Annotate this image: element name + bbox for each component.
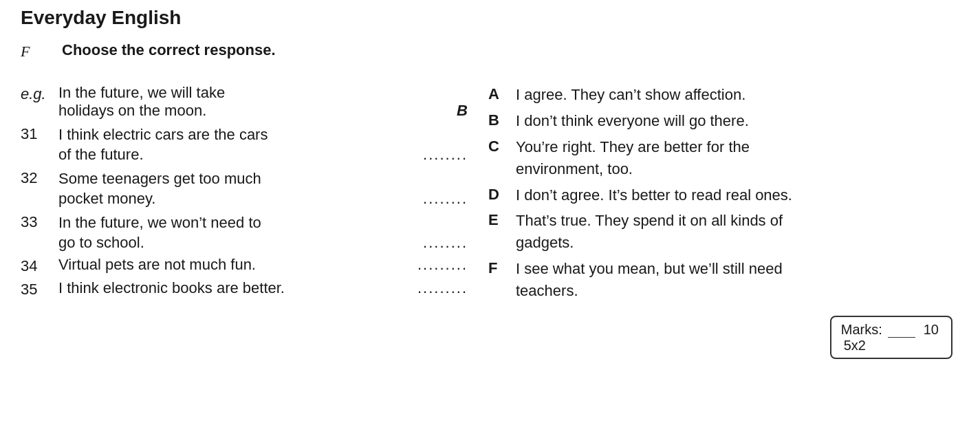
marks-value	[888, 321, 915, 338]
resp-C-line1: You’re right. They are better for the	[516, 138, 750, 155]
example-row: e.g. In the future, we will take holiday…	[21, 84, 468, 120]
q-text-31: I think electric cars are the cars of th…	[58, 124, 468, 164]
resp-E-line1: That’s true. They spend it on all kinds …	[516, 212, 783, 229]
marks-box: Marks: 10 5x2	[488, 316, 959, 359]
resp-E-line2: gadgets.	[516, 234, 574, 251]
q-number-34: 34	[21, 256, 58, 275]
response-E: E That’s true. They spend it on all kind…	[488, 210, 959, 254]
question-35: 35 I think electronic books are better. …	[21, 279, 468, 299]
resp-text-A: I agree. They can’t show affection.	[516, 84, 959, 106]
resp-F-line1: I see what you mean, but we’ll still nee…	[516, 260, 783, 277]
page-title: Everyday English	[21, 7, 959, 29]
q-text-32: Some teenagers get too much pocket money…	[58, 168, 468, 208]
marks-bracket: Marks: 10 5x2	[830, 316, 952, 359]
q-text-33: In the future, we won’t need to go to sc…	[58, 212, 468, 252]
example-answer: B	[443, 102, 468, 120]
response-D: D I don’t agree. It’s better to read rea…	[488, 184, 959, 206]
q-line2-33: go to school.	[58, 234, 409, 252]
q-text-35: I think electronic books are better. ...…	[58, 279, 468, 297]
marks-multiplier: 5x2	[841, 338, 866, 354]
q-number-32: 32	[21, 168, 58, 187]
q-number-31: 31	[21, 124, 58, 143]
q-dots-34: .........	[404, 256, 468, 274]
q-dots-32: ........	[409, 190, 468, 208]
resp-label-E: E	[488, 210, 516, 229]
q-dots-31: ........	[409, 146, 468, 164]
q-line1-33: In the future, we won’t need to	[58, 212, 468, 234]
response-A: A I agree. They can’t show affection.	[488, 84, 959, 106]
marks-denominator: 10	[921, 322, 939, 338]
resp-label-D: D	[488, 184, 516, 204]
questions-column: e.g. In the future, we will take holiday…	[21, 84, 468, 359]
example-line2: holidays on the moon.	[58, 102, 443, 120]
response-B: B I don’t think everyone will go there.	[488, 110, 959, 132]
example-label: e.g.	[21, 84, 58, 103]
question-32: 32 Some teenagers get too much pocket mo…	[21, 168, 468, 208]
response-C: C You’re right. They are better for the …	[488, 136, 959, 180]
resp-label-A: A	[488, 84, 516, 103]
resp-C-line2: environment, too.	[516, 160, 633, 177]
q-line1-31: I think electric cars are the cars	[58, 124, 468, 146]
q-line1-35: I think electronic books are better.	[58, 279, 404, 297]
resp-text-B: I don’t think everyone will go there.	[516, 110, 959, 132]
resp-label-C: C	[488, 136, 516, 155]
q-dots-35: .........	[404, 279, 468, 297]
q-line1-34: Virtual pets are not much fun.	[58, 256, 404, 274]
resp-text-E: That’s true. They spend it on all kinds …	[516, 210, 959, 254]
question-34: 34 Virtual pets are not much fun. ......…	[21, 256, 468, 275]
instruction-text: Choose the correct response.	[62, 41, 276, 59]
q-line2-31: of the future.	[58, 146, 409, 164]
resp-F-line2: teachers.	[516, 282, 578, 299]
responses-column: A I agree. They can’t show affection. B …	[468, 84, 959, 359]
resp-text-F: I see what you mean, but we’ll still nee…	[516, 258, 959, 302]
section-label: F	[21, 41, 62, 61]
resp-text-D: I don’t agree. It’s better to read real …	[516, 184, 959, 206]
resp-label-F: F	[488, 258, 516, 277]
q-dots-33: ........	[409, 234, 468, 252]
question-33: 33 In the future, we won’t need to go to…	[21, 212, 468, 252]
q-line2-32: pocket money.	[58, 190, 409, 208]
q-text-34: Virtual pets are not much fun. .........	[58, 256, 468, 274]
q-number-33: 33	[21, 212, 58, 231]
q-number-35: 35	[21, 279, 58, 299]
example-text: In the future, we will take holidays on …	[58, 84, 468, 120]
resp-text-C: You’re right. They are better for the en…	[516, 136, 959, 180]
marks-label: Marks:	[841, 322, 882, 338]
resp-label-B: B	[488, 110, 516, 129]
question-31: 31 I think electric cars are the cars of…	[21, 124, 468, 164]
q-line1-32: Some teenagers get too much	[58, 168, 468, 190]
response-F: F I see what you mean, but we’ll still n…	[488, 258, 959, 302]
example-line1: In the future, we will take	[58, 84, 468, 102]
